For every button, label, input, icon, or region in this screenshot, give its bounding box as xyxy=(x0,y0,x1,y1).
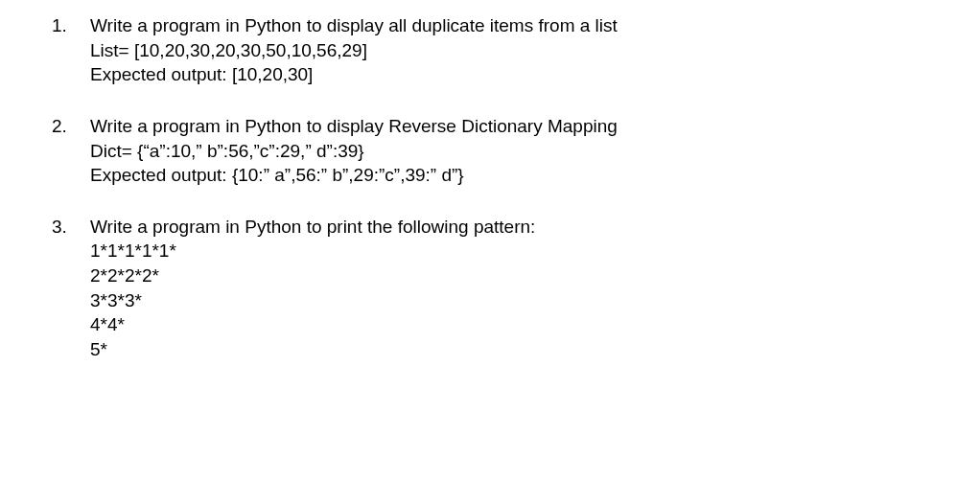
question-detail: Expected output: [10,20,30] xyxy=(90,62,951,87)
pattern-line: 5* xyxy=(90,337,951,362)
question-prompt: Write a program in Python to print the f… xyxy=(90,215,951,240)
question-list: Write a program in Python to display all… xyxy=(29,13,951,362)
pattern-line: 2*2*2*2* xyxy=(90,263,951,288)
question-prompt: Write a program in Python to display all… xyxy=(90,13,951,38)
question-detail: Dict= {“a”:10,” b”:56,”c”:29,” d”:39} xyxy=(90,139,951,164)
pattern-line: 1*1*1*1*1* xyxy=(90,239,951,263)
pattern-line: 3*3*3* xyxy=(90,288,951,313)
question-item-3: Write a program in Python to print the f… xyxy=(29,215,951,362)
question-item-2: Write a program in Python to display Rev… xyxy=(29,114,951,188)
question-detail: List= [10,20,30,20,30,50,10,56,29] xyxy=(90,38,951,63)
question-prompt: Write a program in Python to display Rev… xyxy=(90,114,951,139)
question-item-1: Write a program in Python to display all… xyxy=(29,13,951,87)
question-detail: Expected output: {10:” a”,56:” b”,29:”c”… xyxy=(90,163,951,188)
pattern-line: 4*4* xyxy=(90,312,951,337)
